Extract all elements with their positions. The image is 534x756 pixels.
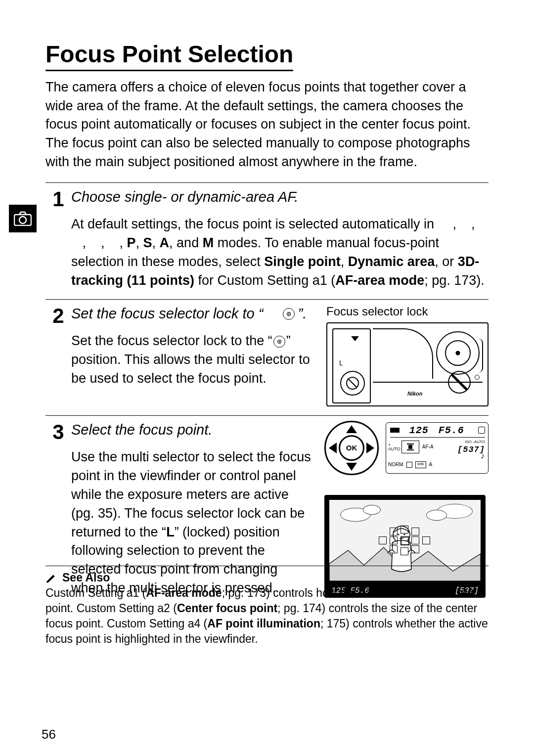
section-tab-camera-icon [9, 205, 37, 232]
step-number: 2 [45, 305, 71, 326]
separator [45, 566, 489, 566]
cloud-icon [363, 505, 381, 515]
camera-icon [14, 211, 32, 226]
see-also-heading: See Also [62, 570, 110, 585]
pencil-icon [45, 572, 57, 584]
page-title: Focus Point Selection [45, 42, 293, 71]
step-number: 3 [45, 421, 71, 443]
step-title: Select the focus point. [71, 421, 312, 440]
separator [45, 299, 489, 300]
arrow-down-icon [346, 463, 357, 471]
control-panel-diagram: 125 F5.6 +AUTO AF-A ISO -AUTO [386, 422, 489, 474]
arrow-left-icon [329, 443, 337, 453]
cloud-icon [426, 510, 447, 521]
focus-selector-lock-icon [340, 371, 365, 396]
manual-page: Focus Point Selection The camera offers … [0, 0, 534, 756]
ok-glyph-icon [273, 336, 285, 348]
see-also-section: See Also Custom Setting a1 (AF-area mode… [45, 566, 489, 647]
ok-glyph-icon [283, 308, 295, 320]
step-2: 2 Set the focus selector lock to “ [45, 305, 489, 406]
multi-selector-icon [436, 331, 480, 375]
arrow-right-icon [366, 443, 374, 453]
svg-point-3 [288, 313, 290, 314]
step-number: 1 [45, 188, 71, 210]
camera-back-diagram: L Nikon [326, 322, 489, 406]
illustration-caption: Focus selector lock [326, 305, 489, 318]
focus-point-grid-icon [379, 525, 430, 556]
focus-point-indicator-icon [401, 441, 419, 453]
arrow-up-icon [346, 425, 357, 433]
step-1: 1 Choose single- or dynamic-area AF. At … [45, 188, 489, 290]
step-title: Set the focus selector lock to “ ”. [71, 305, 313, 323]
ok-button-icon: OK [339, 435, 364, 461]
separator [45, 415, 489, 416]
multi-selector-icon: OK [324, 421, 379, 475]
battery-icon [478, 427, 485, 434]
step-body-text: At default settings, the focus point is … [71, 215, 489, 290]
intro-paragraph: The camera offers a choice of eleven foc… [45, 78, 489, 172]
separator [45, 182, 489, 183]
see-also-body: Custom Setting a1 (AF-area mode; pg. 173… [45, 585, 489, 647]
step2-illustration: Focus selector lock L Nikon [326, 305, 489, 406]
step-body-text: Set the focus selector lock to the “” po… [71, 332, 313, 388]
page-number: 56 [42, 727, 56, 742]
step-title: Choose single- or dynamic-area AF. [71, 188, 489, 207]
svg-point-5 [278, 341, 280, 343]
svg-point-1 [19, 217, 26, 223]
